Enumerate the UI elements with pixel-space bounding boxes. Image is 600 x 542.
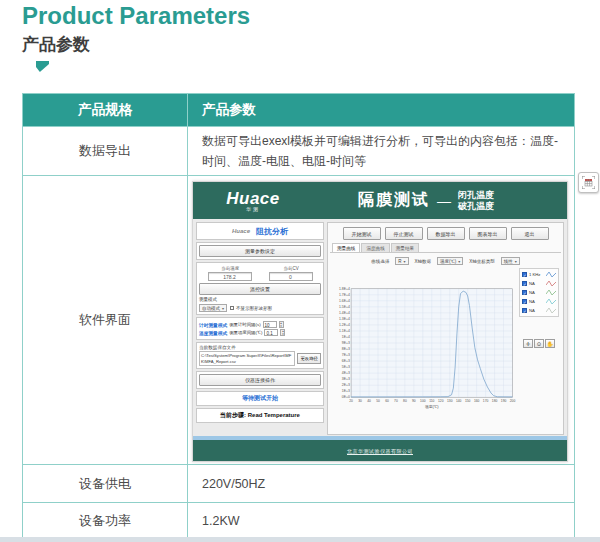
xaxis-select[interactable]: 温度(℃)▾ — [437, 257, 463, 265]
app-title: 隔膜测试 — 闭孔温度 破孔温度 — [313, 190, 567, 212]
measure-params-button[interactable]: 测量参数设定 — [199, 245, 321, 257]
checkbox-checked-icon: ✓ — [522, 272, 527, 277]
xtype-label: X轴坐标类型 — [469, 259, 495, 264]
svg-text:7E+3: 7E+3 — [342, 353, 350, 357]
svg-text:1.2E+4: 1.2E+4 — [339, 323, 350, 327]
row-label-software-ui: 软件界面 — [23, 176, 188, 465]
table-row: 设备供电 220V/50HZ — [23, 465, 575, 503]
current-temp-value: 178.2 — [208, 272, 252, 281]
svg-text:70: 70 — [394, 399, 398, 403]
huace-logo: Huace 华测 — [193, 189, 313, 212]
table-row: 软件界面 Huace 华测 隔膜测试 — 闭孔温度 破孔温度 — [23, 176, 575, 465]
svg-text:40: 40 — [367, 399, 371, 403]
svg-text:1.1E+4: 1.1E+4 — [339, 329, 350, 333]
exit-button[interactable]: 退出 — [511, 227, 549, 240]
svg-text:190: 190 — [501, 399, 507, 403]
right-chart-panel: 开始测试 停止测试 数据导出 图表导出 退出 测量曲线 温度曲线 测量结果 — [327, 222, 564, 435]
xtype-select[interactable]: 线性▾ — [501, 257, 520, 265]
accent-triangle-icon — [36, 61, 49, 72]
hide-waveform-checkbox[interactable]: 不显示图形波形图 — [230, 306, 272, 311]
current-cv-label: 当前CV — [284, 266, 299, 271]
panel-brand: Huace — [232, 228, 250, 234]
row-label-power-supply: 设备供电 — [23, 465, 188, 503]
save-file-group-label: 当前数据保存文件 — [199, 345, 321, 350]
status-waiting: 等待测试开始 — [196, 391, 324, 406]
svg-text:3E+3: 3E+3 — [342, 377, 350, 381]
svg-text:9E+3: 9E+3 — [342, 341, 350, 345]
svg-text:150: 150 — [465, 399, 471, 403]
svg-text:110: 110 — [429, 399, 434, 403]
svg-text:1.4E+4: 1.4E+4 — [339, 311, 350, 315]
chevron-down-icon: ▾ — [458, 259, 460, 264]
logo-subtext: 华测 — [193, 206, 313, 212]
temp-control-button[interactable]: 温控设置 — [199, 283, 321, 295]
instrument-connect-button[interactable]: 仪器连接操作 — [199, 374, 321, 386]
start-test-button[interactable]: 开始测试 — [343, 227, 381, 240]
stop-test-button[interactable]: 停止测试 — [385, 227, 423, 240]
save-path-box: C:\TestSystem\Program SuperX\Files\Repor… — [199, 351, 295, 366]
svg-text:170: 170 — [483, 399, 489, 403]
temp-interval-input[interactable]: 0.1 — [264, 329, 278, 336]
tab-measure-curve[interactable]: 测量曲线 — [332, 243, 360, 252]
row-value-data-export: 数据可导出exexl模板并可编辑进行分析，可导出的内容包括：温度-时间、温度-电… — [188, 127, 575, 176]
status-current-step: 当前步骤: Read Temperature — [196, 408, 324, 423]
page-title: Product Parameters — [22, 2, 250, 30]
spinner-icon[interactable]: ▴▾ — [279, 321, 284, 328]
chart-legend: ✓ 1 KHz ✓ NA — [519, 268, 559, 431]
row-label-data-export: 数据导出 — [23, 127, 188, 176]
chart-tabs: 测量曲线 温度曲线 测量结果 — [330, 243, 561, 253]
app-title-main: 隔膜测试 — [358, 190, 430, 211]
legend-item[interactable]: ✓ 1 KHz — [522, 271, 556, 278]
pan-tool-icon[interactable]: ✛ — [523, 339, 533, 348]
measure-mode-select[interactable]: 自动模式▾ — [199, 304, 227, 312]
tab-temp-curve[interactable]: 温度曲线 — [361, 243, 389, 252]
curve-select-label: 曲线选择 — [371, 259, 389, 264]
chart-export-button[interactable]: 图表导出 — [469, 227, 507, 240]
row-value-power-rating: 1.2KW — [188, 503, 575, 540]
current-temp-label: 当前温度 — [221, 266, 239, 271]
svg-text:温度(℃): 温度(℃) — [425, 404, 439, 409]
header-spec: 产品规格 — [23, 94, 188, 127]
chevron-down-icon: ▾ — [515, 259, 517, 264]
table-capture-icon[interactable] — [578, 172, 599, 193]
tab-results[interactable]: 测量结果 — [391, 243, 419, 252]
chart-controls: 曲线选择 R▾ X轴数据 温度(℃)▾ X轴坐标类型 线性▾ — [330, 253, 561, 267]
row-value-software-ui: Huace 华测 隔膜测试 — 闭孔温度 破孔温度 — [188, 176, 575, 465]
chart-tools: ✛ ⊙ ✋ — [519, 339, 559, 348]
change-path-button[interactable]: 更改路径 — [297, 353, 321, 364]
chevron-down-icon: ▾ — [404, 259, 406, 264]
temp-mode-link[interactable]: 温度测量模式 — [199, 330, 227, 336]
curve-select[interactable]: R▾ — [395, 257, 408, 265]
spinner-icon[interactable]: ▴▾ — [280, 329, 285, 336]
zoom-tool-icon[interactable]: ⊙ — [534, 339, 544, 348]
page-subtitle: 产品参数 — [22, 33, 90, 56]
svg-text:140: 140 — [456, 399, 462, 403]
svg-text:130: 130 — [447, 399, 453, 403]
svg-text:20: 20 — [349, 399, 353, 403]
svg-text:1.3E+4: 1.3E+4 — [339, 317, 350, 321]
checkbox-checked-icon: ✓ — [522, 299, 527, 304]
svg-text:6E+3: 6E+3 — [342, 359, 350, 363]
hand-tool-icon[interactable]: ✋ — [545, 339, 555, 348]
table-row: 数据导出 数据可导出exexl模板并可编辑进行分析，可导出的内容包括：温度-时间… — [23, 127, 575, 176]
panel-title: 阻抗分析 — [256, 226, 288, 237]
checkbox-checked-icon: ✓ — [522, 308, 527, 313]
legend-item[interactable]: ✓ NA — [522, 280, 556, 287]
timed-interval-input[interactable]: 10 — [263, 321, 277, 328]
measure-mode-value: 自动模式 — [202, 306, 220, 311]
app-footer: 北京华测试验仪器有限公司 — [193, 436, 567, 461]
timed-mode-link[interactable]: 计时测量模式 — [199, 322, 227, 328]
checkbox-checked-icon: ✓ — [522, 290, 527, 295]
svg-text:120: 120 — [438, 399, 444, 403]
legend-item[interactable]: ✓ NA — [522, 298, 556, 305]
resistance-chart: 0E+01E+32E+33E+34E+35E+36E+37E+38E+39E+3… — [332, 268, 516, 431]
header-params: 产品参数 — [188, 94, 575, 127]
app-toolbar: 开始测试 停止测试 数据导出 图表导出 退出 — [330, 225, 561, 243]
legend-item[interactable]: ✓ NA — [522, 289, 556, 296]
company-name: 北京华测试验仪器有限公司 — [347, 448, 413, 454]
app-title-sub2: 破孔温度 — [458, 201, 494, 212]
data-export-button[interactable]: 数据导出 — [427, 227, 465, 240]
svg-text:30: 30 — [358, 399, 362, 403]
xaxis-data-label: X轴数据 — [415, 259, 432, 264]
legend-item[interactable]: ✓ NA — [522, 307, 556, 314]
